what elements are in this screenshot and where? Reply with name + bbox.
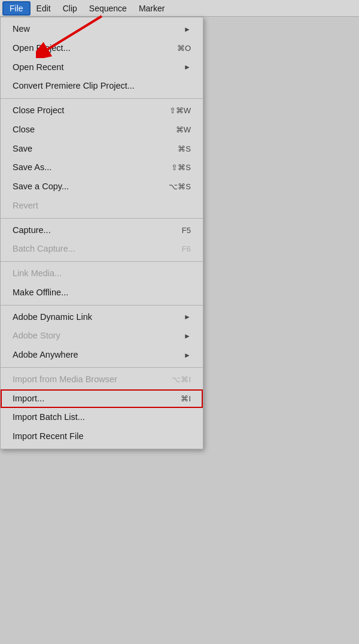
menubar-item-edit[interactable]: Edit	[31, 2, 57, 14]
menubar-item-sequence[interactable]: Sequence	[83, 2, 133, 14]
menu-item-shortcut: ⌥⌘S	[169, 181, 191, 193]
menu-item-label: Save a Copy...	[13, 180, 151, 193]
menu-item-save-a-copy---[interactable]: Save a Copy...⌥⌘S	[1, 177, 203, 196]
menu-item-label: Batch Capture...	[13, 243, 164, 256]
menu-item-shortcut: ⌘O	[177, 43, 191, 55]
menu-item-label: New	[13, 23, 184, 36]
menu-item-adobe-story: Adobe Story►	[1, 326, 203, 346]
menu-bar: FileEditClipSequenceMarker	[0, 0, 359, 17]
menu-item-label: Adobe Story	[13, 329, 184, 343]
menu-item-label: Revert	[13, 199, 191, 213]
menu-item-convert-premiere-clip-project---[interactable]: Convert Premiere Clip Project...	[1, 77, 203, 96]
menu-item-revert: Revert	[1, 196, 203, 216]
menu-item-open-recent[interactable]: Open Recent►	[1, 58, 203, 77]
menu-item-label: Import Batch List...	[13, 411, 191, 424]
menu-item-label: Adobe Anywhere	[13, 349, 184, 362]
menu-item-shortcut: ⌘I	[181, 393, 191, 405]
menu-item-shortcut: ⇧⌘S	[171, 162, 191, 174]
menu-item-import---[interactable]: Import...⌘I	[1, 389, 203, 409]
file-dropdown-menu: New►Open Project...⌘OOpen Recent►Convert…	[0, 17, 203, 449]
menu-item-label: Make Offline...	[13, 286, 191, 300]
menu-item-close-project[interactable]: Close Project⇧⌘W	[1, 101, 203, 120]
menu-item-import-batch-list---[interactable]: Import Batch List...	[1, 408, 203, 427]
menu-item-capture---[interactable]: Capture...F5	[1, 221, 203, 240]
menu-item-shortcut: ⌘S	[178, 143, 191, 155]
menu-item-adobe-anywhere[interactable]: Adobe Anywhere►	[1, 346, 203, 365]
menu-item-shortcut: ►	[184, 62, 191, 72]
menu-item-open-project---[interactable]: Open Project...⌘O	[1, 39, 203, 58]
menu-item-label: Adobe Dynamic Link	[13, 311, 184, 324]
menu-item-label: Import from Media Browser	[13, 373, 154, 386]
menu-item-label: Save As...	[13, 161, 153, 174]
menu-item-make-offline---[interactable]: Make Offline...	[1, 283, 203, 303]
menu-item-shortcut: ⌥⌘I	[172, 374, 191, 386]
menu-item-import-recent-file[interactable]: Import Recent File	[1, 427, 203, 446]
menu-item-label: Convert Premiere Clip Project...	[13, 80, 191, 93]
menu-item-shortcut: F6	[182, 243, 191, 255]
menu-item-link-media---: Link Media...	[1, 264, 203, 283]
menu-item-label: Import...	[13, 392, 163, 406]
menu-item-shortcut: ⇧⌘W	[169, 105, 191, 117]
menu-item-shortcut: F5	[182, 225, 191, 237]
menubar-item-marker[interactable]: Marker	[133, 2, 171, 14]
menu-item-label: Save	[13, 143, 160, 156]
menu-item-label: Capture...	[13, 224, 164, 237]
menu-item-import-from-media-browser: Import from Media Browser⌥⌘I	[1, 370, 203, 389]
menu-item-shortcut: ►	[184, 312, 191, 322]
menu-item-shortcut: ►	[184, 350, 191, 361]
menu-item-new[interactable]: New►	[1, 20, 203, 39]
menu-item-shortcut: ►	[184, 331, 191, 341]
menu-section-0: New►Open Project...⌘OOpen Recent►Convert…	[1, 17, 203, 99]
menu-item-label: Import Recent File	[13, 430, 191, 443]
menu-item-save[interactable]: Save⌘S	[1, 140, 203, 159]
menu-section-5: Import from Media Browser⌥⌘IImport...⌘II…	[1, 368, 203, 449]
menu-item-label: Link Media...	[13, 267, 191, 280]
menu-item-save-as---[interactable]: Save As...⇧⌘S	[1, 158, 203, 177]
menubar-item-file[interactable]: File	[2, 1, 31, 16]
menubar-item-clip[interactable]: Clip	[57, 2, 83, 14]
menu-item-shortcut: ⌘W	[176, 124, 191, 136]
menu-section-4: Adobe Dynamic Link►Adobe Story►Adobe Any…	[1, 306, 203, 368]
menu-item-adobe-dynamic-link[interactable]: Adobe Dynamic Link►	[1, 308, 203, 327]
menu-item-label: Close	[13, 123, 158, 137]
menu-section-3: Link Media...Make Offline...	[1, 262, 203, 306]
menu-item-batch-capture---: Batch Capture...F6	[1, 240, 203, 259]
menu-item-label: Close Project	[13, 104, 151, 117]
menu-section-1: Close Project⇧⌘WClose⌘WSave⌘SSave As...⇧…	[1, 99, 203, 219]
menu-section-2: Capture...F5Batch Capture...F6	[1, 219, 203, 262]
menu-item-label: Open Project...	[13, 42, 159, 55]
menu-item-shortcut: ►	[184, 24, 191, 35]
menu-item-close[interactable]: Close⌘W	[1, 120, 203, 140]
menu-item-label: Open Recent	[13, 61, 184, 74]
